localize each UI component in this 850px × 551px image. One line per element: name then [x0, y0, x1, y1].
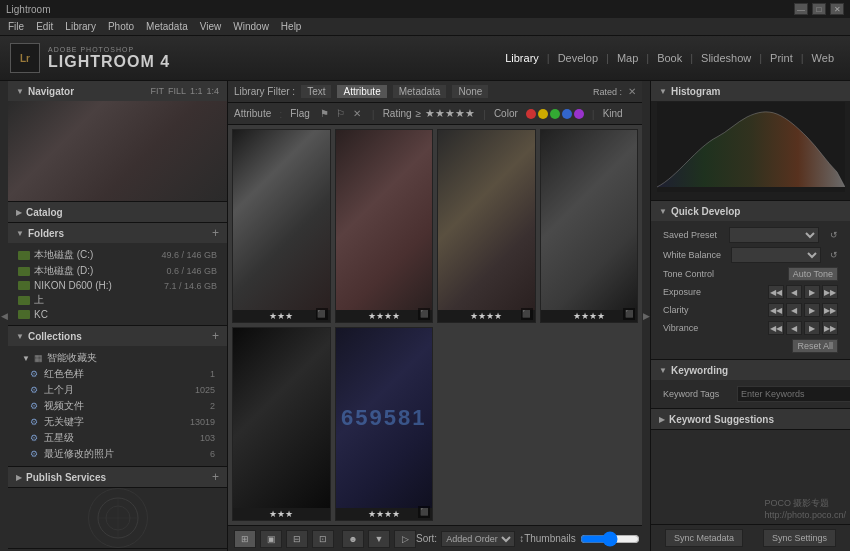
list-item[interactable]: ⚙ 上个月 1025: [14, 382, 221, 398]
keyword-tags-input[interactable]: [737, 386, 850, 402]
survey-view-button[interactable]: ⊡: [312, 530, 334, 548]
saved-preset-select[interactable]: [729, 227, 819, 243]
filter-attribute-button[interactable]: Attribute: [337, 85, 386, 98]
exposure-dec-large[interactable]: ◀◀: [768, 285, 784, 299]
folder-item[interactable]: 上: [14, 292, 221, 308]
rating-stars[interactable]: ★★★★★: [425, 107, 475, 120]
list-item[interactable]: ⚙ 无关键字 13019: [14, 414, 221, 430]
grid-view-button[interactable]: ⊞: [234, 530, 256, 548]
folder-item[interactable]: 本地磁盘 (D:) 0.6 / 146 GB: [14, 263, 221, 279]
filter-icon[interactable]: ▼: [368, 530, 390, 548]
flag-reject-icon[interactable]: ✕: [350, 107, 364, 121]
tab-slideshow[interactable]: Slideshow: [695, 50, 757, 66]
sync-metadata-button[interactable]: Sync Metadata: [665, 529, 743, 547]
photo-cell[interactable]: ★★★ ⬛: [232, 129, 331, 323]
menu-photo[interactable]: Photo: [108, 21, 134, 32]
quick-develop-header[interactable]: ▼ Quick Develop: [651, 201, 850, 221]
white-balance-select[interactable]: [731, 247, 821, 263]
thumbnails-slider[interactable]: [580, 532, 640, 546]
color-yellow-dot[interactable]: [538, 109, 548, 119]
filter-text-button[interactable]: Text: [301, 85, 331, 98]
sort-select[interactable]: Added Order: [441, 531, 515, 547]
clarity-inc[interactable]: ▶: [804, 303, 820, 317]
catalog-header[interactable]: ▶ Catalog: [8, 202, 227, 222]
menu-library[interactable]: Library: [65, 21, 96, 32]
list-item[interactable]: ⚙ 最近修改的照片 6: [14, 446, 221, 462]
add-folder-button[interactable]: +: [212, 226, 219, 240]
reset-all-button[interactable]: Reset All: [792, 339, 838, 353]
deco-circle: [88, 488, 148, 548]
color-purple-dot[interactable]: [574, 109, 584, 119]
tab-map[interactable]: Map: [611, 50, 644, 66]
folder-item[interactable]: KC: [14, 308, 221, 321]
photo-cell[interactable]: ★★★: [232, 327, 331, 521]
maximize-button[interactable]: □: [812, 3, 826, 15]
right-collapse-arrow[interactable]: ▶: [642, 81, 650, 551]
clarity-dec-large[interactable]: ◀◀: [768, 303, 784, 317]
vibrance-dec[interactable]: ◀: [786, 321, 802, 335]
tab-print[interactable]: Print: [764, 50, 799, 66]
tab-book[interactable]: Book: [651, 50, 688, 66]
tab-library[interactable]: Library: [499, 50, 545, 66]
vibrance-inc[interactable]: ▶: [804, 321, 820, 335]
clarity-inc-large[interactable]: ▶▶: [822, 303, 838, 317]
menu-metadata[interactable]: Metadata: [146, 21, 188, 32]
color-red-dot[interactable]: [526, 109, 536, 119]
close-button[interactable]: ✕: [830, 3, 844, 15]
list-item[interactable]: ⚙ 红色色样 1: [14, 366, 221, 382]
add-publish-button[interactable]: +: [212, 470, 219, 484]
filter-close-icon[interactable]: ✕: [628, 86, 636, 97]
keywording-header[interactable]: ▼ Keywording: [651, 360, 850, 380]
tab-web[interactable]: Web: [806, 50, 840, 66]
flag-up-icon[interactable]: ⚑: [318, 107, 332, 121]
menu-view[interactable]: View: [200, 21, 222, 32]
compare-view-button[interactable]: ⊟: [286, 530, 308, 548]
filter-none-button[interactable]: None: [452, 85, 488, 98]
folder-item[interactable]: 本地磁盘 (C:) 49.6 / 146 GB: [14, 247, 221, 263]
auto-tone-button[interactable]: Auto Tone: [788, 267, 838, 281]
slideshow-icon[interactable]: ▷: [394, 530, 416, 548]
folders-header[interactable]: ▼ Folders +: [8, 223, 227, 243]
color-green-dot[interactable]: [550, 109, 560, 119]
zoom-fill[interactable]: FILL: [168, 86, 186, 96]
sync-settings-button[interactable]: Sync Settings: [763, 529, 836, 547]
poco-text: POCO 摄影专题: [764, 497, 846, 510]
clarity-dec[interactable]: ◀: [786, 303, 802, 317]
filter-metadata-button[interactable]: Metadata: [393, 85, 447, 98]
histogram-header[interactable]: ▼ Histogram: [651, 81, 850, 101]
left-collapse-arrow[interactable]: ◀: [0, 81, 8, 551]
people-view-button[interactable]: ☻: [342, 530, 364, 548]
saved-preset-row: Saved Preset ↺: [657, 225, 844, 245]
list-item[interactable]: ⚙ 五星级 103: [14, 430, 221, 446]
tab-develop[interactable]: Develop: [552, 50, 604, 66]
exposure-dec[interactable]: ◀: [786, 285, 802, 299]
menu-file[interactable]: File: [8, 21, 24, 32]
menu-help[interactable]: Help: [281, 21, 302, 32]
color-blue-dot[interactable]: [562, 109, 572, 119]
zoom-1-1[interactable]: 1:1: [190, 86, 203, 96]
vibrance-dec-large[interactable]: ◀◀: [768, 321, 784, 335]
zoom-1-4[interactable]: 1:4: [206, 86, 219, 96]
flag-none-icon[interactable]: ⚐: [334, 107, 348, 121]
exposure-inc[interactable]: ▶: [804, 285, 820, 299]
vibrance-inc-large[interactable]: ▶▶: [822, 321, 838, 335]
collections-header[interactable]: ▼ Collections +: [8, 326, 227, 346]
kw-sugg-title: Keyword Suggestions: [669, 414, 774, 425]
folder-item[interactable]: NIKON D600 (H:) 7.1 / 14.6 GB: [14, 279, 221, 292]
exposure-inc-large[interactable]: ▶▶: [822, 285, 838, 299]
menu-edit[interactable]: Edit: [36, 21, 53, 32]
collection-group[interactable]: ▼ ▦ 智能收藏夹: [14, 350, 221, 366]
list-item[interactable]: ⚙ 视频文件 2: [14, 398, 221, 414]
loupe-view-button[interactable]: ▣: [260, 530, 282, 548]
navigator-header[interactable]: ▼ Navigator FIT FILL 1:1 1:4: [8, 81, 227, 101]
zoom-fit[interactable]: FIT: [150, 86, 164, 96]
photo-cell[interactable]: 659581 ★★★★ ⬛: [335, 327, 434, 521]
photo-cell[interactable]: ★★★★ ⬛: [540, 129, 639, 323]
keyword-suggestions-header[interactable]: ▶ Keyword Suggestions: [651, 409, 850, 429]
add-collection-button[interactable]: +: [212, 329, 219, 343]
photo-cell[interactable]: ★★★★ ⬛: [437, 129, 536, 323]
minimize-button[interactable]: —: [794, 3, 808, 15]
photo-cell[interactable]: ★★★★ ⬛: [335, 129, 434, 323]
publish-services-header[interactable]: ▶ Publish Services +: [8, 467, 227, 487]
menu-window[interactable]: Window: [233, 21, 269, 32]
